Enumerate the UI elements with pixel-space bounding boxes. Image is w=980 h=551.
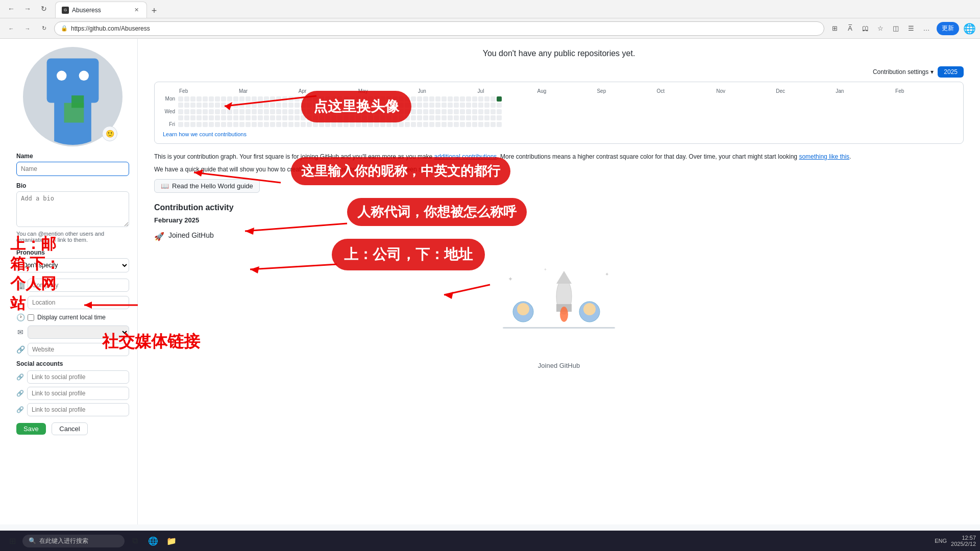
tab-close-button[interactable]: ✕	[132, 6, 140, 14]
read-btn[interactable]: 🕮	[858, 21, 872, 36]
cell	[356, 109, 361, 114]
cell	[276, 96, 281, 102]
cell	[209, 122, 214, 127]
cell-active	[497, 96, 502, 102]
cell	[270, 122, 275, 127]
something-like-this-link[interactable]: something like this	[799, 153, 849, 160]
start-button[interactable]: ⊞	[4, 533, 20, 549]
cell	[184, 103, 189, 108]
cell	[270, 96, 275, 102]
fri-cells	[178, 122, 502, 127]
social-input-3[interactable]	[27, 403, 129, 416]
location-icon: 📍	[16, 298, 24, 307]
social-input-1[interactable]	[27, 370, 129, 384]
translate-btn[interactable]: A̅	[843, 21, 857, 36]
mon-cell-group	[178, 96, 502, 102]
extensions-btn[interactable]: ⊞	[827, 21, 842, 36]
email-icon: ✉	[16, 328, 24, 336]
address-bar[interactable]: 🔒 https://github.com/Abuseress	[54, 21, 824, 36]
display-time-checkbox[interactable]	[28, 314, 34, 321]
pronouns-select[interactable]: Don't specify	[16, 258, 129, 272]
cell	[405, 109, 410, 114]
nav-back[interactable]: ←	[4, 21, 18, 36]
favorite-btn[interactable]: ☆	[873, 21, 888, 36]
cell	[442, 115, 447, 120]
email-select[interactable]	[28, 325, 129, 339]
cell	[386, 103, 391, 108]
cell	[417, 96, 422, 102]
website-input[interactable]	[28, 343, 129, 356]
cell	[258, 103, 263, 108]
cell	[276, 115, 281, 120]
cell	[435, 103, 440, 108]
save-button[interactable]: Save	[16, 423, 46, 435]
cell	[331, 122, 336, 127]
browser-tab[interactable]: G Abuseress ✕	[55, 2, 147, 18]
back-button[interactable]: ←	[4, 2, 18, 16]
additional-contributions-link[interactable]: additional contributions	[434, 153, 497, 160]
learn-contributions-link[interactable]: Learn how we count contributions	[163, 131, 247, 137]
year-button[interactable]: 2025	[938, 66, 964, 78]
svg-point-10	[560, 307, 568, 322]
cell	[239, 109, 244, 114]
edge-taskbar-icon[interactable]: 🌐	[145, 533, 161, 549]
nav-forward[interactable]: →	[20, 21, 35, 36]
cell	[325, 96, 330, 102]
cell	[497, 115, 502, 120]
svg-point-12	[517, 303, 529, 315]
hello-world-button[interactable]: 📖 Read the Hello World guide	[154, 179, 260, 193]
cell	[313, 103, 318, 108]
cell	[423, 115, 428, 120]
contribution-activity-section: Contribution activity February 2025 🚀 Jo…	[154, 203, 964, 369]
cell	[448, 122, 453, 127]
svg-text:✦: ✦	[508, 276, 513, 283]
split-btn[interactable]: ◫	[889, 21, 903, 36]
cancel-button[interactable]: Cancel	[52, 422, 87, 435]
cell	[252, 122, 257, 127]
more-btn[interactable]: …	[919, 21, 934, 36]
forward-button[interactable]: →	[20, 2, 35, 16]
right-panel: You don't have any public repositories y…	[138, 39, 980, 524]
cell	[233, 103, 238, 108]
contribution-settings-button[interactable]: Contribution settings ▾	[873, 68, 934, 76]
new-tab-button[interactable]: +	[147, 4, 161, 18]
taskbar-right: ENG 12:57 2025/2/12	[935, 535, 976, 547]
cell	[221, 115, 226, 120]
cell	[356, 103, 361, 108]
cell	[429, 122, 434, 127]
cell	[221, 122, 226, 127]
social-input-2[interactable]	[27, 387, 129, 400]
taskbar-left: ⊞ 🔍 在此键入进行搜索 ⧉ 🌐 📁	[4, 533, 180, 549]
sidebar-btn[interactable]: ☰	[904, 21, 918, 36]
cell	[184, 115, 189, 120]
file-explorer-icon[interactable]: 📁	[163, 533, 180, 549]
contribution-info-text: This is your contribution graph. Your fi…	[154, 152, 964, 162]
cell	[190, 103, 195, 108]
cell	[472, 122, 477, 127]
cell	[386, 122, 391, 127]
task-view-button[interactable]: ⧉	[127, 533, 143, 549]
cell	[466, 103, 471, 108]
refresh-button[interactable]: ↻	[37, 2, 51, 16]
nav-refresh[interactable]: ↻	[37, 21, 51, 36]
update-button[interactable]: 更新	[937, 22, 959, 35]
avatar-edit-button[interactable]: 🙂	[102, 126, 117, 141]
cell	[393, 115, 398, 120]
name-input[interactable]	[16, 162, 129, 176]
cell	[405, 115, 410, 120]
website-field-row: 🔗	[16, 343, 129, 356]
cell	[288, 115, 293, 120]
location-input[interactable]	[28, 296, 129, 309]
graph-rows: Mon	[163, 96, 955, 127]
cell	[380, 109, 385, 114]
book-icon: 📖	[161, 182, 169, 190]
svg-text:✦: ✦	[605, 271, 609, 277]
month-apr: Apr	[299, 88, 358, 94]
cell	[270, 109, 275, 114]
cell	[184, 96, 189, 102]
month-labels: Feb Mar Apr May Jun Jul Aug Sep Oct Nov …	[179, 88, 955, 94]
bio-textarea[interactable]	[16, 191, 129, 227]
taskbar-search[interactable]: 🔍 在此键入进行搜索	[22, 535, 125, 547]
cell	[221, 109, 226, 114]
company-input[interactable]	[28, 279, 129, 292]
